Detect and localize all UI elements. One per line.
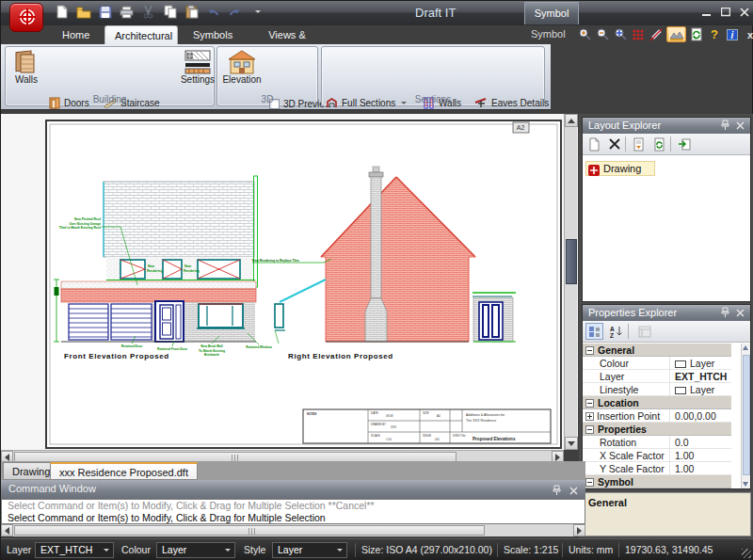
scroll-left-button[interactable]	[1, 524, 13, 536]
gable-wall[interactable]	[321, 177, 475, 342]
layout-item-drawing[interactable]: Drawing	[603, 163, 641, 174]
walls-icon	[13, 50, 40, 74]
command-window-header[interactable]: Command Window	[1, 480, 585, 499]
cut-button[interactable]	[140, 4, 156, 20]
help-icon[interactable]: ?	[707, 26, 722, 42]
info-icon[interactable]: i	[725, 26, 740, 42]
grid-scroll-thumb[interactable]	[743, 355, 750, 475]
context-tab-symbol[interactable]: Symbol	[524, 2, 579, 24]
grid-toggle-icon[interactable]	[631, 26, 646, 42]
layer-dropdown[interactable]: EXT_HTCH	[35, 542, 114, 558]
redo-button[interactable]	[227, 4, 243, 20]
right-elevation-label: Right Elevation Proposed	[288, 352, 393, 360]
new-button[interactable]	[54, 4, 70, 20]
delete-layout-icon[interactable]	[605, 136, 623, 152]
minimize-button[interactable]	[698, 6, 714, 19]
group-symbol[interactable]: Symbol	[583, 475, 731, 488]
refresh-layout-icon[interactable]	[650, 136, 668, 152]
open-button[interactable]	[75, 4, 91, 20]
garage-doors[interactable]	[69, 304, 152, 340]
left-lean-to[interactable]	[275, 280, 326, 330]
scroll-down-button[interactable]	[565, 437, 578, 450]
row-insertion-point[interactable]: Insertion Point0.00,0.00	[583, 409, 731, 423]
resize-grip[interactable]	[742, 549, 751, 558]
front-door[interactable]	[155, 301, 184, 342]
group-location[interactable]: Location	[583, 396, 731, 409]
tab-views-settings[interactable]: Views & Settings	[242, 25, 332, 44]
snap-toggle-icon[interactable]	[649, 26, 664, 42]
garage-roof-ridge[interactable]	[61, 281, 256, 289]
row-linestyle[interactable]: LinestyleLayer	[583, 383, 731, 396]
row-rotation[interactable]: Rotation0.0	[583, 436, 731, 449]
qat-customize-caret[interactable]	[248, 4, 264, 20]
walls-button[interactable]: Walls	[8, 50, 44, 85]
maximize-button[interactable]	[717, 6, 733, 19]
export-layout-icon[interactable]	[630, 136, 648, 152]
scroll-right-button[interactable]	[573, 524, 585, 536]
drawing-sheet[interactable]: A2	[45, 120, 562, 449]
properties-explorer-header[interactable]: Properties Explorer	[583, 305, 750, 321]
zoom-out-icon[interactable]	[595, 26, 610, 42]
pin-icon[interactable]	[721, 307, 729, 322]
sheet-mark-text: A2	[517, 124, 525, 131]
import-layout-icon[interactable]	[675, 136, 693, 152]
drawing-canvas[interactable]: A2	[1, 114, 578, 450]
front-upper-windows[interactable]	[120, 260, 240, 279]
annotation: Rendering	[184, 269, 200, 273]
panel-close-icon[interactable]	[736, 120, 745, 135]
paste-button[interactable]	[184, 4, 200, 20]
row-layer[interactable]: LayerEXT_HTCH	[583, 370, 731, 383]
properties-grid-scrollbar[interactable]	[741, 344, 750, 488]
canvas-vscrollbar[interactable]	[564, 114, 577, 450]
right-elevation[interactable]: New Rendering to Replace Tiles Right Ele…	[252, 167, 516, 360]
scroll-up-button[interactable]	[565, 114, 578, 127]
front-ground-window[interactable]	[197, 304, 245, 328]
regen-icon[interactable]	[689, 26, 704, 42]
row-y-scale[interactable]: Y Scale Factor1.00	[583, 462, 731, 475]
undo-button[interactable]	[205, 4, 221, 20]
copy-button[interactable]	[162, 4, 178, 20]
title-bar: Draft IT Symbol	[1, 1, 753, 25]
layout-explorer-title: Layout Explorer	[588, 120, 661, 131]
elevation-drawing[interactable]: A2	[47, 121, 560, 447]
group-properties[interactable]: Properties	[583, 423, 731, 436]
cmd-scroll-thumb[interactable]	[14, 525, 485, 536]
tb-size-value: A4	[437, 414, 441, 418]
vscroll-thumb[interactable]	[566, 239, 577, 284]
layout-explorer-header[interactable]: Layout Explorer	[583, 118, 750, 134]
zoom-extents-icon[interactable]	[613, 26, 628, 42]
save-button[interactable]	[97, 4, 113, 20]
new-layout-icon[interactable]	[585, 136, 603, 152]
app-menu-button[interactable]	[9, 3, 43, 32]
tb-issue-value: 001	[435, 438, 440, 441]
pin-icon[interactable]	[721, 120, 729, 135]
style-dropdown[interactable]: Layer	[272, 542, 347, 558]
svg-text:Tiled to Match Existing Roof: Tiled to Match Existing Roof	[59, 226, 102, 230]
settings-button[interactable]: Settings	[181, 50, 215, 85]
row-colour[interactable]: ColourLayer	[583, 357, 731, 370]
right-extension[interactable]	[473, 293, 516, 342]
elevation-button[interactable]: Elevation	[221, 50, 263, 85]
sketch-mode-button[interactable]	[666, 26, 686, 42]
doc-tab-residence[interactable]: xxx Residence Proposed.dft	[50, 462, 198, 480]
command-scrollbar[interactable]	[1, 524, 585, 536]
row-x-scale[interactable]: X Scale Factor1.00	[583, 449, 731, 462]
tb-dwg-label: DWG Title	[453, 434, 466, 438]
dropdown-caret	[337, 549, 343, 552]
panel-close-icon[interactable]	[736, 307, 745, 322]
command-history[interactable]: Select Command or Item(s) to Modify, Cli…	[1, 499, 585, 524]
layout-explorer-toolbar	[583, 134, 750, 155]
tab-home[interactable]: Home	[53, 25, 98, 44]
group-general[interactable]: General	[583, 344, 731, 357]
print-button[interactable]	[119, 4, 135, 20]
zoom-in-icon[interactable]	[577, 26, 592, 42]
sort-az-icon[interactable]: AZ	[607, 323, 625, 340]
tab-symbols[interactable]: Symbols	[184, 25, 236, 44]
categorized-view-icon[interactable]	[585, 323, 603, 340]
garage-roof-tiles[interactable]	[61, 289, 256, 302]
front-elevation[interactable]: New Rendering New Rendering	[54, 176, 272, 360]
close-ribbon-icon[interactable]: x	[743, 26, 753, 42]
close-button[interactable]	[736, 6, 752, 19]
tab-architectural[interactable]: Architectural	[104, 25, 178, 44]
colour-dropdown[interactable]: Layer	[156, 542, 235, 558]
